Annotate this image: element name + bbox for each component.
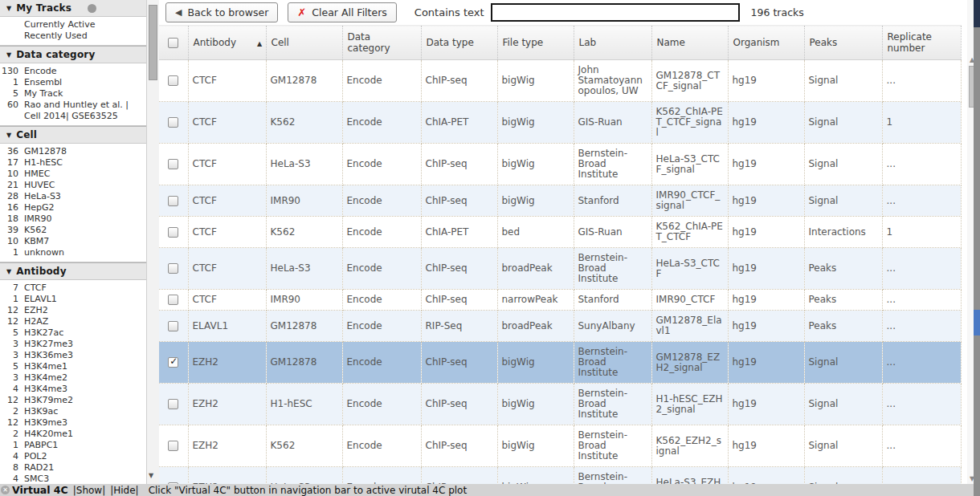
cell-file-type: bigWig [497,467,574,485]
column-header[interactable]: Name [651,26,728,60]
facet-item[interactable]: 39 K562 [0,225,146,236]
facet-item[interactable]: 12 H3K79me2 [0,395,146,406]
cell-replicate: ... [882,248,961,290]
row-checkbox[interactable] [168,263,178,274]
table-row[interactable]: CTCF GM12878 Encode ChIP-seq bigWig John… [159,60,961,102]
facet-item[interactable]: 1 Ensembl [0,77,146,88]
facet-item[interactable]: 1 PABPC1 [0,440,146,451]
cell-replicate: ... [882,425,961,467]
facet-item[interactable]: 60 Rao and Huntley et al. | Cell 2014| G… [0,100,146,122]
facet-item[interactable]: 1 ELAVL1 [0,294,146,305]
row-checkbox[interactable] [168,227,178,238]
column-header[interactable]: Peaks [804,26,882,60]
facet-item[interactable]: 16 HepG2 [0,202,146,213]
window-scrollbar-thumb[interactable] [974,0,980,27]
facet-item[interactable]: 2 H3K9ac [0,406,146,417]
facet-label: H3K79me2 [24,395,135,406]
facet-count: 10 [0,236,24,247]
facet-section-header[interactable]: ▼ My Tracks [0,0,146,16]
row-checkbox[interactable] [168,441,178,451]
table-row[interactable]: CTCF K562 Encode ChIA-PET bigWig GIS-Rua… [159,102,961,144]
facet-section-header[interactable]: ▼ Data category [0,47,146,63]
facet-item[interactable]: 8 RAD21 [0,462,146,474]
virtual4c-show-link[interactable]: |Show| [73,485,105,496]
row-checkbox[interactable] [168,321,178,331]
clear-all-filters-button[interactable]: ✗ Clear All Filters [288,2,397,22]
cell-data-type: RIP-Seq [421,311,497,342]
facet-item[interactable]: 2 H4K20me1 [0,429,146,440]
row-checkbox[interactable] [168,159,178,169]
table-row[interactable]: EZH2 H1-hESC Encode ChIP-seq bigWig Bern… [159,384,961,425]
cell-data-type: ChIA-PET [421,217,497,248]
select-all-checkbox[interactable] [168,38,178,48]
facet-item[interactable]: 5 My Track [0,88,146,100]
row-checkbox[interactable] [168,196,178,206]
facet-item[interactable]: 12 EZH2 [0,305,146,316]
column-header[interactable]: Replicate number [882,26,961,60]
facet-item[interactable]: 12 H2AZ [0,316,146,327]
facet-item[interactable]: 17 H1-hESC [0,157,146,169]
cell-data-category: Encode [342,217,421,248]
cell-replicate: ... [882,185,961,217]
facet-item[interactable]: Recently Used [0,30,146,42]
facet-item[interactable]: 12 H3K9me3 [0,417,146,429]
contains-text-input[interactable] [491,3,740,22]
table-row[interactable]: EZH2 HeLa-S3 Encode ChIP-seq bigWig Bern… [159,467,961,485]
facet-item[interactable]: Currently Active [0,19,146,30]
table-row[interactable]: EZH2 GM12878 Encode ChIP-seq bigWig Bern… [159,342,961,384]
column-header[interactable]: Data type [421,26,497,60]
table-row[interactable]: CTCF K562 Encode ChIA-PET bed GIS-Ruan K… [159,217,961,248]
row-checkbox[interactable] [168,295,178,305]
cell-antibody: EZH2 [188,342,266,384]
cell-name: K562_ChIA-PET_CTCF [651,217,728,248]
table-row[interactable]: EZH2 K562 Encode ChIP-seq bigWig Bernste… [159,425,961,467]
close-icon[interactable]: ✕ [1,486,10,494]
column-header[interactable]: Data category [342,26,421,60]
cell-lab: Stanford [574,185,651,217]
cell-organism: hg19 [728,467,804,485]
column-header[interactable]: File type [497,26,574,60]
column-header[interactable]: Lab [574,26,651,60]
row-checkbox[interactable] [168,117,178,128]
facet-item[interactable]: 36 GM12878 [0,146,146,157]
facet-item[interactable]: 3 H3K36me3 [0,350,146,361]
facet-item[interactable]: 21 HUVEC [0,180,146,191]
virtual4c-hide-link[interactable]: |Hide| [110,485,138,496]
facet-item[interactable]: 18 IMR90 [0,213,146,225]
facet-item[interactable]: 3 H3K27me3 [0,339,146,350]
facet-item[interactable]: 28 HeLa-S3 [0,191,146,202]
table-row[interactable]: CTCF HeLa-S3 Encode ChIP-seq bigWig Bern… [159,144,961,185]
column-header[interactable]: Antibody▲ [188,26,266,60]
facet-item[interactable]: 3 H3K4me2 [0,372,146,384]
table-row[interactable]: ELAVL1 GM12878 Encode RIP-Seq broadPeak … [159,311,961,342]
sidebar-scrollbar[interactable]: ▼ [146,0,159,484]
column-header[interactable]: Cell [266,26,342,60]
sidebar-scrollbar-down-icon[interactable]: ▼ [149,472,153,479]
row-checkbox[interactable] [168,75,178,86]
facet-item[interactable]: 10 KBM7 [0,236,146,247]
facet-count: 1 [0,247,24,258]
facet-item[interactable]: 10 HMEC [0,169,146,180]
column-header[interactable]: Organism [728,26,804,60]
row-checkbox[interactable] [168,357,178,368]
facet-count: 1 [0,440,24,451]
facet-item[interactable]: 7 CTCF [0,283,146,294]
facet-item[interactable]: 5 H3K27ac [0,327,146,339]
back-to-browser-button[interactable]: ◀ Back to browser [165,2,278,22]
facet-item[interactable]: 4 SMC3 [0,474,146,484]
facet-section-header[interactable]: ▼ Antibody [0,263,146,279]
table-row[interactable]: CTCF IMR90 Encode ChIP-seq bigWig Stanfo… [159,185,961,217]
table-row[interactable]: CTCF IMR90 Encode ChIP-seq narrowPeak St… [159,290,961,311]
facet-item[interactable]: 1 unknown [0,247,146,258]
row-checkbox[interactable] [168,399,178,409]
facet-item[interactable]: 4 POL2 [0,451,146,462]
facet-item[interactable]: 130 Encode [0,66,146,77]
facet-item[interactable]: 4 H3K4me3 [0,384,146,395]
facet-label: HeLa-S3 [24,191,135,202]
table-row[interactable]: CTCF HeLa-S3 Encode ChIP-seq broadPeak B… [159,248,961,290]
sidebar-scrollbar-thumb[interactable] [149,5,157,80]
window-scrollbar[interactable] [974,0,980,496]
facet-item[interactable]: 5 H3K4me1 [0,361,146,372]
cell-organism: hg19 [728,384,804,425]
facet-section-header[interactable]: ▼ Cell [0,127,146,143]
